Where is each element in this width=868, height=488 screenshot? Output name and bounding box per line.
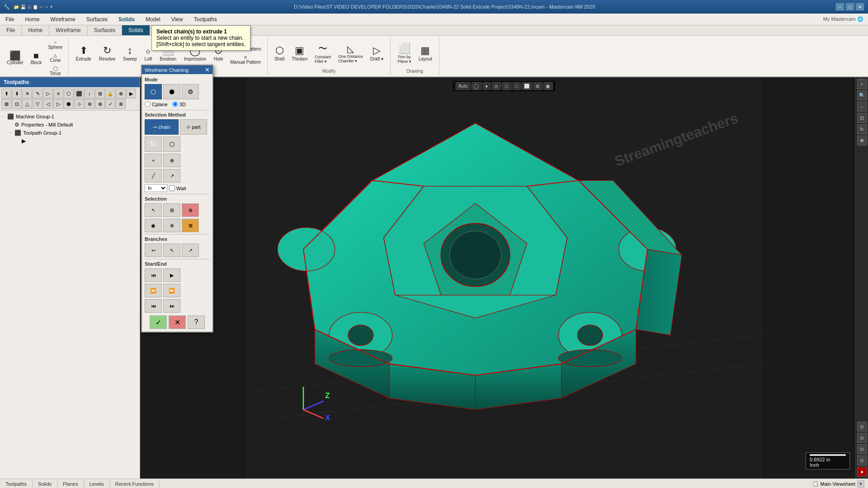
sel-add-intersect-button[interactable]: ⊕ xyxy=(163,154,180,167)
shell-button[interactable]: ⬡ Shell xyxy=(271,42,288,64)
tab-file[interactable]: File xyxy=(0,25,22,35)
vp-btn-1[interactable]: ◯ xyxy=(471,82,481,90)
sel-box-button[interactable]: ⬜ xyxy=(145,136,162,152)
dialog-cancel-button[interactable]: ✕ xyxy=(169,315,186,329)
viewport[interactable]: Z X Streamingteachers Auto ◯ ● ◎ ⬡ □ ⬜ ⊞… xyxy=(140,77,868,479)
se-last-button[interactable]: ⏭ xyxy=(163,299,180,313)
trim-by-plane-button[interactable]: ⬜ Trim byPlane ▾ xyxy=(394,41,415,66)
cylinder-button[interactable]: ⬛ Cylinder xyxy=(4,49,27,67)
tool-btn-9[interactable]: ↕ xyxy=(85,89,94,99)
sel-line2-button[interactable]: ↗ xyxy=(163,169,180,183)
tool-btn-3[interactable]: ✕ xyxy=(22,89,32,99)
menu-wireframe[interactable]: Wireframe xyxy=(45,14,80,24)
cplane-radio[interactable] xyxy=(145,101,151,107)
extrude-button[interactable]: ⬆ Extrude xyxy=(72,42,94,64)
sel-add-button[interactable]: + xyxy=(145,154,162,167)
threed-radio-label[interactable]: 3D xyxy=(172,101,186,107)
tree-toolpath-group[interactable]: − ⬛ Toolpath Group-1 xyxy=(9,129,138,137)
se-next2-button[interactable]: ⏩ xyxy=(163,284,180,297)
in-select[interactable]: In Out xyxy=(145,184,167,192)
tab-solids[interactable]: Solids xyxy=(122,25,150,35)
tool-btn-1[interactable]: ⬆ xyxy=(1,89,11,99)
tree-properties[interactable]: ⚙ Properties - Mill Default xyxy=(9,121,138,129)
wait-checkbox[interactable] xyxy=(169,185,175,191)
tool-btn-16[interactable]: △ xyxy=(22,99,32,109)
mode-chain-button[interactable]: ⬡ xyxy=(145,84,162,99)
tab-toolpaths[interactable]: Toolpaths xyxy=(0,480,33,488)
cone-button[interactable]: △ Cone xyxy=(46,52,65,64)
menu-view[interactable]: View xyxy=(166,14,189,24)
tab-home[interactable]: Home xyxy=(22,25,49,35)
vp-btn-8[interactable]: ▣ xyxy=(543,82,552,90)
add-viewsheet-button[interactable]: + xyxy=(857,480,864,488)
rt-btn-settings3[interactable]: ⊙ xyxy=(857,444,867,454)
sphere-button[interactable]: ○ Sphere xyxy=(46,38,65,51)
dialog-ok-button[interactable]: ✓ xyxy=(150,315,167,329)
mode-loop-button[interactable]: ⬢ xyxy=(163,84,180,99)
dialog-close-button[interactable]: ✕ xyxy=(205,67,210,73)
select-multi-button[interactable]: ⊕ xyxy=(163,219,180,232)
tool-btn-5[interactable]: ▷ xyxy=(43,89,53,99)
tool-btn-2[interactable]: ⬇ xyxy=(12,89,22,99)
tab-wireframe[interactable]: Wireframe xyxy=(49,25,87,35)
tab-planes[interactable]: Planes xyxy=(57,480,84,488)
branch3-button[interactable]: ↗ xyxy=(182,244,199,257)
branch2-button[interactable]: ↖ xyxy=(163,244,180,257)
select-box2-button[interactable]: ⊞ xyxy=(163,203,180,217)
tool-btn-8[interactable]: ⬛ xyxy=(74,89,84,99)
menu-solids[interactable]: Solids xyxy=(113,14,140,24)
vp-btn-3[interactable]: ◎ xyxy=(491,82,501,90)
sel-chain-button[interactable]: ⊸ chain xyxy=(145,119,179,135)
thicken-button[interactable]: ▣ Thicken xyxy=(288,42,311,64)
tool-btn-22[interactable]: ⊛ xyxy=(85,99,94,109)
tool-btn-24[interactable]: ✓ xyxy=(105,99,115,109)
rt-btn-pan[interactable]: ✥ xyxy=(857,136,867,145)
vp-btn-4[interactable]: ⬡ xyxy=(502,82,511,90)
mode-settings-button[interactable]: ⚙ xyxy=(182,84,199,99)
select-clear-button[interactable]: ⊠ xyxy=(182,219,199,232)
tab-recent-functions[interactable]: Recent Functions xyxy=(110,480,160,488)
tool-btn-23[interactable]: ⊕ xyxy=(95,99,105,109)
se-first2-button[interactable]: ⏮ xyxy=(145,299,162,313)
menu-toolpaths[interactable]: Toolpaths xyxy=(189,14,222,24)
draft-button[interactable]: ▷ Draft ▾ xyxy=(367,42,387,64)
tool-btn-25[interactable]: ⊗ xyxy=(116,99,126,109)
tool-btn-6[interactable]: ≡ xyxy=(53,89,63,99)
rt-btn-rotate[interactable]: ↻ xyxy=(857,124,867,134)
rt-btn-fit[interactable]: ⊡ xyxy=(857,113,867,123)
tool-btn-11[interactable]: 🔒 xyxy=(105,89,115,99)
vp-btn-2[interactable]: ● xyxy=(482,82,491,90)
revolve-button[interactable]: ↻ Revolve xyxy=(96,42,118,64)
dialog-help-button[interactable]: ? xyxy=(188,315,205,329)
block-button[interactable]: ■ Block xyxy=(28,49,45,67)
vp-btn-6[interactable]: ⬜ xyxy=(521,82,532,90)
tool-btn-7[interactable]: ⬡ xyxy=(64,89,74,99)
tool-btn-21[interactable]: ⊹ xyxy=(74,99,84,109)
tree-machine-group[interactable]: − ⬛ Machine Group-1 xyxy=(2,113,138,121)
select-cancel-button[interactable]: ⊗ xyxy=(182,203,199,217)
rt-btn-settings4[interactable]: ⊙ xyxy=(857,455,867,465)
tree-play-item[interactable]: ▶ xyxy=(16,137,138,145)
select-circle-button[interactable]: ◉ xyxy=(145,219,162,232)
tool-btn-13[interactable]: ▶ xyxy=(126,89,136,99)
cplane-radio-label[interactable]: Cplane xyxy=(145,101,168,107)
select-arrow-button[interactable]: ↖ xyxy=(145,203,162,217)
maximize-button[interactable]: □ xyxy=(845,3,854,11)
manual-pattern-button[interactable]: ≡ Manual Pattern xyxy=(227,53,263,66)
torus-button[interactable]: ◯ Torus xyxy=(46,65,65,77)
menu-surfaces[interactable]: Surfaces xyxy=(81,14,113,24)
vp-btn-7[interactable]: ⊞ xyxy=(533,82,542,90)
tool-btn-14[interactable]: ⊠ xyxy=(1,99,11,109)
branch1-button[interactable]: ↩ xyxy=(145,244,162,257)
se-play-button[interactable]: ▶ xyxy=(163,268,180,282)
rt-btn-minus[interactable]: − xyxy=(857,102,867,112)
tool-btn-4[interactable]: ✎ xyxy=(33,89,42,99)
tool-btn-15[interactable]: ⊡ xyxy=(12,99,22,109)
minimize-button[interactable]: − xyxy=(835,3,844,11)
se-prev2-button[interactable]: ⏪ xyxy=(145,284,162,297)
rt-btn-settings5[interactable]: ● xyxy=(857,467,867,477)
tool-btn-12[interactable]: ⊗ xyxy=(116,89,126,99)
tool-btn-20[interactable]: ⬢ xyxy=(64,99,74,109)
sweep-button[interactable]: ↕ Sweep xyxy=(120,42,140,64)
menu-home[interactable]: Home xyxy=(19,14,45,24)
